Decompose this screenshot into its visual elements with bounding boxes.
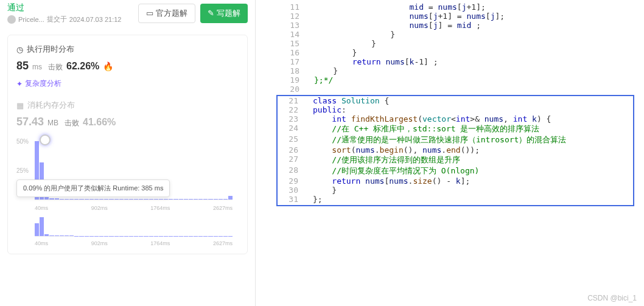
chart-bar[interactable]: [189, 199, 193, 200]
x-tick: 902ms: [91, 240, 108, 246]
chart-bar[interactable]: [129, 199, 133, 200]
code-line[interactable]: 18 }: [279, 66, 639, 75]
code-line[interactable]: 14 }: [279, 30, 639, 39]
chart-bar[interactable]: [169, 199, 173, 200]
code-line[interactable]: 31};: [278, 195, 633, 204]
status-accepted: 通过: [7, 2, 121, 13]
code-line[interactable]: 13 nums[j] = mid ;: [279, 21, 639, 30]
code-line[interactable]: 22public:: [278, 105, 633, 114]
submit-prefix: 提交于: [47, 15, 67, 24]
code-line[interactable]: 11 mid = nums[j+1];: [279, 2, 639, 12]
chart-bar[interactable]: [40, 217, 44, 237]
line-number: 15: [279, 39, 309, 48]
x-tick: 2627ms: [213, 205, 233, 211]
chart-bar[interactable]: [99, 199, 103, 200]
chart-bar[interactable]: [154, 199, 158, 200]
chart-bar[interactable]: [119, 199, 124, 200]
chart-bar[interactable]: [139, 199, 143, 200]
chart-bar[interactable]: [198, 199, 203, 200]
x-tick: 40ms: [35, 240, 48, 246]
line-number: 28: [278, 165, 308, 176]
chart-bar[interactable]: [173, 199, 178, 200]
chart-bar[interactable]: [60, 235, 64, 236]
chart-bar[interactable]: [65, 235, 69, 236]
code-line[interactable]: 30 }: [278, 186, 633, 195]
chart-bar[interactable]: [89, 199, 94, 200]
chart-bar[interactable]: [65, 199, 69, 200]
runtime-chart[interactable]: 50% 25% 0.09% 的用户使用了类似解法 Runtime: 385 ms…: [16, 138, 239, 211]
line-number: 12: [279, 12, 309, 21]
chart-bar[interactable]: [179, 199, 183, 200]
code-line[interactable]: 26 sort(nums.begin(), nums.end());: [278, 145, 633, 155]
chart-bar[interactable]: [69, 235, 74, 236]
chart-bar[interactable]: [55, 235, 59, 236]
chart-bar[interactable]: [69, 199, 74, 200]
code-line[interactable]: 27 //使用该排序方法得到的数组是升序: [278, 155, 633, 165]
current-marker[interactable]: [40, 134, 51, 145]
chart-bar[interactable]: [85, 199, 89, 200]
chart-bar[interactable]: [109, 199, 113, 200]
code-line[interactable]: 15 }: [279, 39, 639, 48]
chart-bar[interactable]: [79, 199, 83, 200]
submission-panel: 通过 Pricele... 提交于 2024.07.03 21:12 ▭ 官方题…: [0, 0, 256, 306]
code-line[interactable]: 17 return nums[k-1] ;: [279, 57, 639, 66]
chart-bar[interactable]: [149, 199, 153, 200]
chart-bar[interactable]: [203, 199, 208, 200]
chart-bar[interactable]: [44, 234, 49, 237]
chart-bar[interactable]: [35, 223, 39, 236]
flame-icon: 🔥: [103, 61, 113, 71]
runtime-chart-mini[interactable]: 40ms902ms1764ms2627ms: [16, 215, 239, 245]
code-line[interactable]: 21class Solution {: [278, 96, 633, 105]
x-tick: 40ms: [35, 205, 48, 211]
official-solution-button[interactable]: ▭ 官方题解: [138, 4, 195, 23]
chart-bar[interactable]: [194, 199, 198, 200]
line-number: 30: [278, 186, 308, 195]
chart-bar[interactable]: [104, 199, 108, 200]
chart-bar[interactable]: [159, 199, 163, 200]
memory-value: 57.43: [16, 116, 44, 128]
chart-bar[interactable]: [94, 199, 99, 200]
code-line[interactable]: 23 int findKthLargest(vector<int>& nums,…: [278, 114, 633, 123]
line-number: 13: [279, 21, 309, 30]
memory-beat-pct: 41.66%: [83, 117, 116, 128]
code-line[interactable]: 19};*/: [279, 75, 639, 85]
code-panel: 11 mid = nums[j+1];12 nums[j+1] = nums[j…: [256, 0, 644, 306]
line-number: 21: [278, 96, 308, 105]
line-number: 26: [278, 145, 308, 155]
line-number: 17: [279, 57, 309, 66]
complexity-link[interactable]: ✦ 复杂度分析: [16, 78, 61, 89]
chart-bar[interactable]: [74, 199, 79, 200]
code-line[interactable]: 16 }: [279, 48, 639, 57]
chart-bar[interactable]: [44, 197, 49, 200]
chart-bar[interactable]: [124, 199, 128, 200]
chart-bar[interactable]: [144, 199, 148, 200]
author-name: Pricele...: [18, 16, 44, 23]
chart-bar[interactable]: [223, 199, 228, 200]
chart-bar[interactable]: [208, 199, 212, 200]
chart-bar[interactable]: [55, 198, 59, 200]
chart-bar[interactable]: [114, 199, 119, 200]
line-number: 31: [278, 195, 308, 204]
code-line[interactable]: 29 return nums[nums.size() - k];: [278, 176, 633, 186]
code-line[interactable]: 24 //在 C++ 标准库中，std::sort 是一种高效的排序算法: [278, 123, 633, 134]
code-line[interactable]: 20: [279, 85, 639, 94]
chart-bar[interactable]: [219, 199, 223, 200]
chart-bar[interactable]: [49, 198, 54, 200]
submit-time: 2024.07.03 21:12: [69, 16, 122, 23]
write-solution-button[interactable]: ✎ 写题解: [200, 4, 248, 23]
submission-meta: Pricele... 提交于 2024.07.03 21:12: [7, 15, 121, 24]
book-icon: ▭: [146, 9, 153, 18]
chart-bar[interactable]: [134, 199, 138, 200]
watermark: CSDN @bici_1: [587, 294, 637, 302]
chart-bar[interactable]: [184, 199, 188, 200]
chart-bar[interactable]: [228, 196, 233, 200]
chart-bar[interactable]: [164, 199, 168, 200]
code-editor[interactable]: 11 mid = nums[j+1];12 nums[j+1] = nums[j…: [274, 0, 644, 209]
line-number: 19: [279, 75, 309, 85]
code-line[interactable]: 25 //通常使用的是一种叫做三路快速排序（introsort）的混合算法: [278, 134, 633, 145]
chart-bar[interactable]: [49, 235, 54, 236]
code-line[interactable]: 12 nums[j+1] = nums[j];: [279, 12, 639, 21]
chart-bar[interactable]: [60, 199, 64, 200]
code-line[interactable]: 28 //时间复杂度在平均情况下为 O(nlogn): [278, 165, 633, 176]
chart-bar[interactable]: [214, 199, 218, 200]
